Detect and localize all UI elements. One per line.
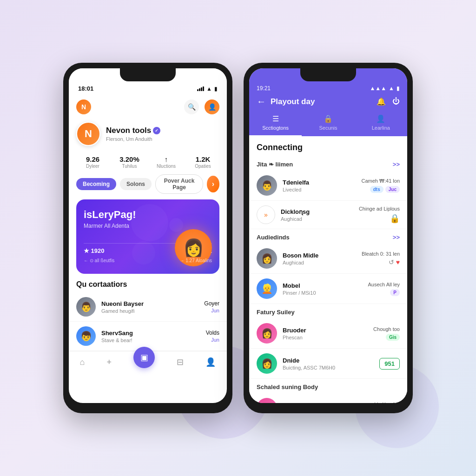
tab-learlina[interactable]: 👤 Learlina: [355, 111, 407, 136]
list-item-1-avatar: 👦: [76, 326, 96, 346]
section-audiedinds-text: Audiedinds: [257, 234, 290, 241]
nav-center[interactable]: ▣: [133, 356, 155, 368]
right-signal-icon: ▲▲▲: [370, 85, 386, 92]
battery-icon: ▮: [214, 86, 218, 92]
search-button[interactable]: 🔍: [184, 99, 199, 114]
right-item-bruoder-name: Bruoder: [283, 327, 368, 334]
stat-tuhilus: 3.20% Tuhilus: [113, 155, 146, 169]
number-badge-951: 951: [379, 358, 400, 370]
right-item-mobel[interactable]: 👱 Mobel Pinser / MSi10 Ausech All ley P: [249, 274, 407, 304]
right-item-mishon[interactable]: 👩 Mishon Vadtion ftc. Ofline ›: [249, 393, 407, 403]
right-item-tdenielfa-badges: dts Juc: [361, 186, 400, 193]
tab-solons[interactable]: Solons: [120, 178, 152, 190]
right-status-time: 19:21: [257, 85, 271, 92]
right-item-dicklong-name: Dickloɳsg: [281, 208, 353, 215]
right-item-tdenielfa-top: Cameh ₩:41 lon: [361, 178, 400, 184]
list-item-0-info: Nueoni Bayser Gamed heugifi: [101, 300, 198, 314]
right-phone-notch: [300, 68, 356, 81]
wifi-icon: ▲: [206, 86, 212, 92]
right-item-tdenielfa-avatar: 👨: [257, 175, 277, 196]
right-item-dicklong[interactable]: » Dickloɳsg Aughicad Chinge ad Liplous 🔒: [249, 201, 407, 229]
refresh-icon: ↺: [389, 258, 394, 266]
section-schaled-text: Schaled suning Body: [257, 383, 318, 390]
right-item-bruoder-top: Chough too: [373, 326, 400, 332]
right-item-boson-top: Bleatch 0: 31 len: [362, 251, 400, 257]
right-item-tdenielfa-name: Tdenielfa: [283, 179, 356, 186]
right-item-mobel-badges: P: [368, 289, 400, 296]
banner-nav-left: ← ⊙ all ßeutfis: [84, 258, 114, 263]
phone-home-bar: [125, 406, 171, 408]
nav-add[interactable]: +: [107, 357, 112, 367]
stat-value-nluctions: ↑: [150, 155, 183, 163]
list-item-1-info: ShervSang Stave & bear!: [101, 330, 200, 343]
stat-label-opaties: Opaties: [186, 164, 219, 169]
section-fatury-text: Fatury Suiley: [257, 309, 295, 316]
list-item-0-avatar: 👨: [76, 297, 96, 317]
right-item-boson-avatar: 👩: [257, 248, 277, 269]
right-tabs: ☰ Scctiogtons 🔒 Secunis 👤 Learlina: [249, 111, 407, 136]
right-item-bruoder-badges: Gis: [373, 334, 400, 341]
right-status-icons: ▲▲▲ ▲ ▮: [370, 85, 400, 92]
right-item-tdenielfa[interactable]: 👨 Tdenielfa Livecled Cameh ₩:41 lon dts …: [249, 171, 407, 201]
signal-bars-icon: [197, 86, 204, 91]
stat-opaties: 1.2K Opaties: [186, 155, 219, 169]
tab-icon-secunis: 🔒: [324, 114, 333, 123]
right-item-mishon-top: Vadtion ftc.: [375, 402, 400, 403]
right-item-bruoder-info: Bruoder Phescan: [283, 327, 368, 340]
right-item-boson-info: Boson Midle Aughicad: [283, 252, 356, 265]
profile-name: Nevon tools ✓: [106, 126, 219, 135]
banner-title: isLeryPag!: [84, 209, 212, 221]
header-right-avatar[interactable]: 👤: [205, 99, 219, 114]
arrow-forward-button[interactable]: ›: [207, 176, 219, 192]
list-item-0[interactable]: 👨 Nueoni Bayser Gamed heugifi Goyer Jun: [69, 292, 227, 322]
nav-profile[interactable]: 👤: [205, 357, 216, 367]
right-item-dnide[interactable]: 👩 Dnide Buicting, ASSC 7M6H0 951: [249, 349, 407, 379]
section-jita-arrow[interactable]: >>: [393, 161, 400, 168]
section-fatury-header: Fatury Suiley: [249, 304, 407, 318]
list-item-1[interactable]: 👦 ShervSang Stave & bear! Volds Jun: [69, 322, 227, 351]
right-item-mobel-sub: Pinser / MSi10: [283, 290, 363, 296]
nav-center-button[interactable]: ▣: [133, 347, 155, 368]
list-item-0-right-bottom: Jun: [204, 308, 219, 313]
tab-scctiogtons[interactable]: ☰ Scctiogtons: [249, 111, 302, 136]
right-item-dnide-avatar: 👩: [257, 353, 277, 374]
back-button[interactable]: ←: [257, 96, 266, 107]
tab-pover[interactable]: Pover Auck Page: [155, 174, 203, 194]
badge-dts: dts: [370, 186, 383, 193]
section-title: Qu cortaatiors: [69, 274, 227, 292]
list-item-1-right-top: Volds: [206, 330, 219, 336]
right-item-tdenielfa-right: Cameh ₩:41 lon dts Juc: [361, 178, 400, 193]
section-audiedinds-arrow[interactable]: >>: [393, 234, 400, 241]
nav-square[interactable]: ⊟: [177, 357, 184, 367]
header-icons: 🔍 👤: [184, 99, 219, 114]
right-item-mobel-top: Ausech All ley: [368, 282, 400, 287]
list-item-0-sub: Gamed heugifi: [101, 308, 198, 314]
right-item-bruoder-sub: Phescan: [283, 335, 368, 340]
tab-secunis[interactable]: 🔒 Secunis: [302, 111, 354, 136]
list-item-1-sub: Stave & bear!: [101, 337, 200, 343]
right-item-mobel-avatar: 👱: [257, 278, 277, 299]
right-item-dnide-info: Dnide Buicting, ASSC 7M6H0: [283, 357, 374, 370]
right-item-mishon-avatar: 👩: [257, 398, 277, 403]
right-item-mishon-right: Vadtion ftc. Ofline ›: [375, 402, 400, 403]
heart-icon: ♥: [396, 258, 400, 266]
right-item-dicklong-badges: 🔒: [359, 213, 400, 224]
profile-avatar: N: [76, 122, 100, 146]
right-item-dnide-right: 951: [379, 359, 400, 368]
right-item-bruoder[interactable]: 👩 Bruoder Phescan Chough too Gis: [249, 318, 407, 349]
power-icon[interactable]: ⏻: [392, 97, 400, 106]
tab-becoming[interactable]: Becoming: [76, 178, 116, 190]
right-item-dicklong-sub: Aughicad: [281, 216, 353, 222]
stat-label-tuhilus: Tuhilus: [113, 164, 146, 169]
header-left-avatar[interactable]: N: [76, 99, 91, 114]
stat-value-dyleer: 9.26: [76, 155, 109, 163]
right-content: Connecting Jita ❧ liimen >> 👨 Tdenielfa …: [249, 136, 407, 403]
left-status-time: 18:01: [78, 85, 93, 92]
nav-home[interactable]: ⌂: [80, 357, 85, 367]
right-item-boson[interactable]: 👩 Boson Midle Aughicad Bleatch 0: 31 len…: [249, 244, 407, 274]
profile-section: N Nevon tools ✓ Flerson, Um Anduith: [69, 118, 227, 152]
tab-icon-scctiogtons: ☰: [272, 114, 279, 123]
left-status-icons: ▲ ▮: [197, 86, 218, 92]
notification-icon[interactable]: 🔔: [377, 97, 386, 106]
right-nav-row: ← Playout day 🔔 ⏻: [249, 93, 407, 111]
